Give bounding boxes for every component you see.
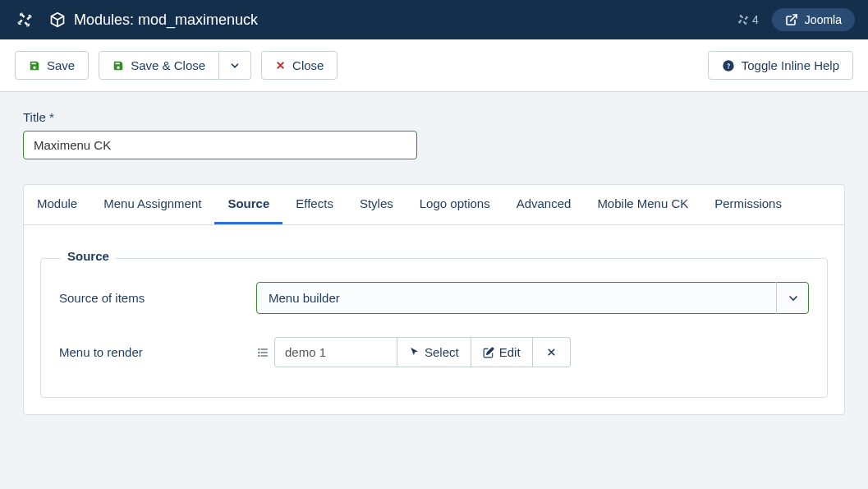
save-icon — [113, 60, 124, 72]
save-close-group: Save & Close — [99, 51, 251, 80]
svg-point-6 — [259, 355, 259, 356]
brand-pill[interactable]: Joomla — [772, 8, 855, 31]
menu-to-render-label: Menu to render — [59, 345, 256, 359]
tab-module[interactable]: Module — [24, 185, 90, 224]
notification-count: 4 — [752, 13, 759, 26]
fieldset-legend: Source — [61, 249, 116, 263]
close-button[interactable]: Close — [261, 51, 338, 80]
tab-menu-assignment[interactable]: Menu Assignment — [90, 185, 214, 224]
tab-effects[interactable]: Effects — [282, 185, 347, 224]
tab-permissions[interactable]: Permissions — [701, 185, 795, 224]
save-button[interactable]: Save — [15, 51, 89, 80]
chevron-down-icon — [229, 60, 241, 72]
source-of-items-select[interactable]: Menu builder — [256, 282, 809, 314]
cursor-icon — [409, 347, 420, 358]
joomla-small-icon — [737, 14, 749, 25]
edit-menu-button[interactable]: Edit — [471, 337, 533, 367]
header-bar: Modules: mod_maximenuck 4 Joomla — [0, 0, 868, 39]
toggle-inline-help-button[interactable]: Toggle Inline Help — [708, 51, 853, 80]
page-title-text: Modules: mod_maximenuck — [74, 12, 258, 29]
cube-icon — [49, 12, 66, 28]
save-icon — [29, 60, 40, 72]
save-dropdown-caret[interactable] — [219, 51, 251, 80]
menu-render-input-group: Select Edit — [274, 337, 571, 367]
svg-point-5 — [259, 352, 259, 353]
tab-content: Source Source of items Menu builder Menu… — [24, 225, 844, 414]
page-title: Modules: mod_maximenuck — [49, 12, 258, 29]
source-of-items-label: Source of items — [59, 291, 256, 305]
brand-label: Joomla — [805, 13, 842, 26]
notification-badge[interactable]: 4 — [737, 13, 759, 26]
tab-bar: ModuleMenu AssignmentSourceEffectsStyles… — [24, 185, 844, 225]
title-label: Title * — [23, 110, 845, 124]
close-icon — [546, 347, 557, 358]
source-of-items-row: Source of items Menu builder — [59, 282, 809, 314]
menu-render-value — [274, 337, 397, 367]
tabs-container: ModuleMenu AssignmentSourceEffectsStyles… — [23, 184, 845, 415]
main-content: Title * ModuleMenu AssignmentSourceEffec… — [0, 92, 868, 433]
tab-logo-options[interactable]: Logo options — [406, 185, 503, 224]
tab-mobile-menu-ck[interactable]: Mobile Menu CK — [584, 185, 701, 224]
svg-point-4 — [259, 348, 259, 349]
list-icon — [256, 346, 269, 359]
header-right: 4 Joomla — [737, 8, 855, 31]
tab-source[interactable]: Source — [214, 185, 282, 224]
close-icon — [275, 60, 286, 71]
select-value: Menu builder — [256, 282, 809, 314]
tab-advanced[interactable]: Advanced — [503, 185, 585, 224]
joomla-logo-icon[interactable] — [13, 8, 36, 31]
toolbar: Save Save & Close Close Toggle Inline He… — [0, 39, 868, 92]
menu-to-render-row: Menu to render — [59, 337, 809, 367]
clear-menu-button[interactable] — [533, 337, 571, 367]
source-fieldset: Source Source of items Menu builder Menu… — [40, 258, 828, 398]
title-input[interactable] — [23, 131, 417, 159]
external-link-icon — [785, 13, 798, 26]
tab-styles[interactable]: Styles — [347, 185, 406, 224]
edit-icon — [483, 347, 494, 358]
save-close-button[interactable]: Save & Close — [99, 51, 219, 80]
select-menu-button[interactable]: Select — [397, 337, 471, 367]
header-left: Modules: mod_maximenuck — [13, 8, 737, 31]
question-circle-icon — [722, 59, 735, 72]
